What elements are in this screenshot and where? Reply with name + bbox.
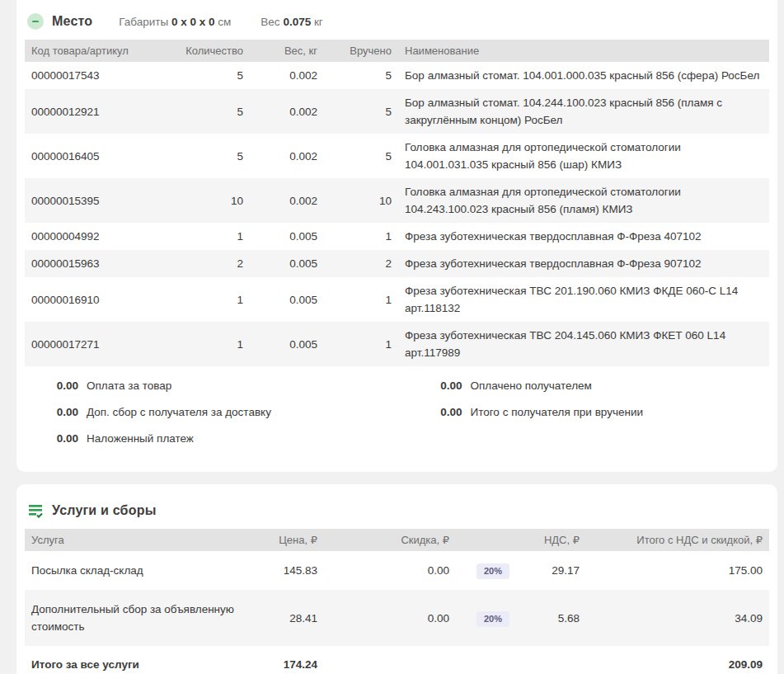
- payment-label: Итого с получателя при вручении: [471, 404, 644, 421]
- item-weight-cell: 0.002: [250, 134, 324, 178]
- item-row: 00000015395100.00210Головка алмазная для…: [25, 178, 769, 223]
- payment-amount: 0.00: [409, 404, 462, 421]
- item-row: 0000001292150.0025Бор алмазный стомат. 1…: [25, 89, 769, 134]
- package-minus-icon: [27, 13, 44, 30]
- item-quantity-cell: 5: [176, 134, 250, 178]
- item-name-cell: Фреза зуботехническая ТВС 204.145.060 КМ…: [398, 322, 769, 366]
- total-price-cell: 174.24: [264, 646, 324, 674]
- item-quantity-cell: 1: [176, 277, 250, 322]
- payments-left-column: 0.00Оплата за товар0.00Доп. сбор с получ…: [25, 378, 397, 457]
- services-table-header-row: Услуга Цена, ₽ Скидка, ₽ НДС, ₽ Итого с …: [25, 529, 769, 551]
- item-delivered-cell: 5: [324, 89, 398, 134]
- service-name-cell: Посылка склад-склад: [25, 551, 264, 590]
- items-table-header-row: Код товара/артикул Количество Вес, кг Вр…: [25, 40, 769, 62]
- service-vat-rate-cell: 20%: [456, 551, 530, 590]
- vat-rate-badge: 20%: [477, 611, 509, 627]
- item-weight-cell: 0.005: [250, 277, 324, 322]
- col-header-vat: НДС, ₽: [530, 529, 586, 551]
- item-name-cell: Бор алмазный стомат. 104.244.100.023 кра…: [398, 89, 769, 134]
- col-header-name: Наименование: [398, 40, 769, 62]
- item-weight-cell: 0.005: [250, 250, 324, 277]
- place-card-header: Место Габариты 0 x 0 x 0 см Вес 0.075 кг: [25, 3, 769, 40]
- page: { "colors": { "accent_green": "#3fa463",…: [0, 0, 784, 674]
- item-code-cell: 00000015395: [25, 178, 176, 223]
- payment-label: Наложенный платеж: [87, 431, 194, 447]
- item-delivered-cell: 1: [324, 277, 398, 322]
- payment-amount: 0.00: [25, 431, 78, 447]
- payment-row: 0.00Доп. сбор с получателя за доставку: [25, 404, 397, 421]
- payment-row: 0.00Оплата за товар: [25, 378, 397, 394]
- service-discount-cell: 0.00: [324, 590, 456, 646]
- service-vat-rate-cell: 20%: [456, 590, 530, 646]
- service-row: Посылка склад-склад145.830.0020%29.17175…: [25, 551, 769, 590]
- item-weight-cell: 0.005: [250, 223, 324, 250]
- minus-glyph: [32, 21, 39, 22]
- item-quantity-cell: 5: [176, 89, 250, 134]
- service-row: Дополнительный сбор за объявленную стоим…: [25, 590, 769, 646]
- weight-value: Вес 0.075 кг: [261, 16, 322, 28]
- payment-amount: 0.00: [409, 378, 462, 394]
- service-vat-cell: 5.68: [530, 590, 586, 646]
- service-name-cell: Дополнительный сбор за объявленную стоим…: [25, 590, 264, 646]
- item-delivered-cell: 1: [324, 322, 398, 366]
- item-row: 0000001640550.0025Головка алмазная для о…: [25, 134, 769, 178]
- item-code-cell: 00000015963: [25, 250, 176, 277]
- total-label-cell: Итого за все услуги: [25, 646, 264, 674]
- col-header-quantity: Количество: [176, 40, 250, 62]
- col-header-total: Итого с НДС и скидкой, ₽: [586, 529, 769, 551]
- col-header-code: Код товара/артикул: [25, 40, 176, 62]
- payment-label: Оплачено получателем: [471, 378, 592, 394]
- item-code-cell: 00000017271: [25, 322, 176, 366]
- payment-row: 0.00Оплачено получателем: [409, 378, 770, 394]
- services-card-title: Услуги и сборы: [52, 503, 157, 518]
- service-discount-cell: 0.00: [324, 551, 456, 590]
- payment-amount: 0.00: [25, 378, 78, 394]
- item-code-cell: 00000016405: [25, 134, 176, 178]
- item-weight-cell: 0.002: [250, 89, 324, 134]
- item-name-cell: Головка алмазная для ортопедической стом…: [398, 178, 769, 223]
- vat-rate-badge: 20%: [477, 563, 509, 579]
- col-header-weight: Вес, кг: [250, 40, 324, 62]
- item-delivered-cell: 5: [324, 134, 398, 178]
- service-total-cell: 34.09: [586, 590, 769, 646]
- col-header-service: Услуга: [25, 529, 264, 551]
- checklist-icon: [27, 502, 44, 519]
- item-weight-cell: 0.002: [250, 62, 324, 89]
- place-card: Место Габариты 0 x 0 x 0 см Вес 0.075 кг…: [16, 0, 777, 472]
- item-weight-cell: 0.002: [250, 178, 324, 223]
- item-quantity-cell: 1: [176, 223, 250, 250]
- item-quantity-cell: 2: [176, 250, 250, 277]
- services-table: Услуга Цена, ₽ Скидка, ₽ НДС, ₽ Итого с …: [25, 529, 769, 674]
- service-total-cell: 175.00: [586, 551, 769, 590]
- item-row: 0000001596320.0052Фреза зуботехническая …: [25, 250, 769, 277]
- item-delivered-cell: 2: [324, 250, 398, 277]
- service-vat-cell: 29.17: [530, 551, 586, 590]
- item-weight-cell: 0.005: [250, 322, 324, 366]
- item-delivered-cell: 5: [324, 62, 398, 89]
- services-card-header: Услуги и сборы: [25, 493, 769, 529]
- item-delivered-cell: 1: [324, 223, 398, 250]
- payments-summary: 0.00Оплата за товар0.00Доп. сбор с получ…: [25, 378, 769, 457]
- service-price-cell: 145.83: [264, 551, 324, 590]
- item-row: 0000001691010.0051Фреза зуботехническая …: [25, 277, 769, 322]
- item-row: 0000000499210.0051Фреза зуботехническая …: [25, 223, 769, 250]
- item-name-cell: Головка алмазная для ортопедической стом…: [398, 134, 769, 178]
- payments-right-column: 0.00Оплачено получателем0.00Итого с полу…: [397, 378, 770, 457]
- payment-row: 0.00Наложенный платеж: [25, 431, 397, 447]
- item-name-cell: Фреза зуботехническая твердосплавная Ф-Ф…: [398, 223, 769, 250]
- item-row: 0000001727110.0051Фреза зуботехническая …: [25, 322, 769, 366]
- item-name-cell: Фреза зуботехническая ТВС 201.190.060 КМ…: [398, 277, 769, 322]
- services-total-row: Итого за все услуги 174.24 209.09: [25, 646, 769, 674]
- payment-row: 0.00Итого с получателя при вручении: [409, 404, 770, 421]
- item-quantity-cell: 10: [176, 178, 250, 223]
- item-quantity-cell: 1: [176, 322, 250, 366]
- col-header-delivered: Вручено: [324, 40, 398, 62]
- item-code-cell: 00000012921: [25, 89, 176, 134]
- item-code-cell: 00000004992: [25, 223, 176, 250]
- col-header-discount: Скидка, ₽: [324, 529, 456, 551]
- item-code-cell: 00000016910: [25, 277, 176, 322]
- services-card: Услуги и сборы Услуга Цена, ₽ Скидка, ₽ …: [16, 484, 777, 674]
- col-header-vat-rate: [456, 529, 530, 551]
- item-code-cell: 00000017543: [25, 62, 176, 89]
- payment-amount: 0.00: [25, 404, 78, 421]
